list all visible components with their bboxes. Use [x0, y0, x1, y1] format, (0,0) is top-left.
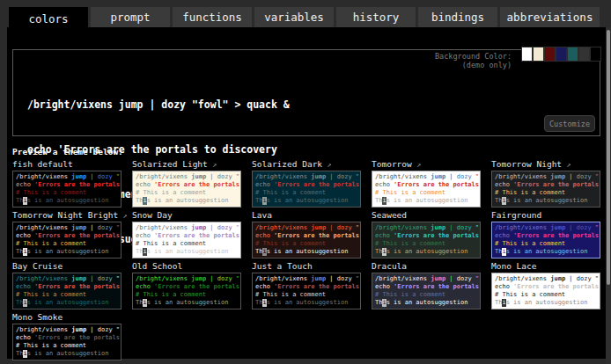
theme-name: Fairground: [491, 210, 541, 220]
theme-card-mono-smoke[interactable]: Mono Smoke/bright/vixens jump | dozy "ec…: [12, 312, 121, 360]
theme-card-seaweed[interactable]: Seaweed/bright/vixens jump | dozy "echo …: [372, 210, 481, 258]
background-swatch-5[interactable]: [567, 47, 578, 62]
theme-name: Solarized Light: [132, 159, 208, 169]
sample-line-2: echo 'Errors are the portals: [255, 283, 357, 291]
sample-line-3: # This is a comment: [375, 240, 477, 248]
sample-line-1: /bright/vixens jump | dozy ": [255, 173, 357, 181]
theme-sample-tomorrow-night-bright[interactable]: /bright/vixens jump | dozy "echo 'Errors…: [12, 222, 121, 258]
theme-card-solarized-dark[interactable]: Solarized Dark ↗/bright/vixens jump | do…: [252, 159, 361, 207]
theme-name: Tomorrow: [372, 159, 412, 169]
sample-line-4: This is an autosuggestion: [495, 248, 597, 256]
sample-line-4: This is an autosuggestion: [136, 248, 238, 256]
theme-sample-seaweed[interactable]: /bright/vixens jump | dozy "echo 'Errors…: [372, 222, 481, 258]
background-swatch-3[interactable]: [544, 47, 556, 62]
theme-title-fairground: Fairground: [491, 210, 600, 221]
external-link-icon[interactable]: ↗: [118, 211, 127, 220]
theme-title-mono-smoke: Mono Smoke: [12, 312, 121, 323]
theme-sample-tomorrow-night[interactable]: /bright/vixens jump | dozy "echo 'Errors…: [491, 171, 600, 207]
theme-sample-just-a-touch[interactable]: /bright/vixens jump | dozy "echo 'Errors…: [252, 273, 361, 309]
scrollbar[interactable]: [606, 27, 611, 364]
tab-history[interactable]: history: [336, 7, 416, 27]
theme-sample-dracula[interactable]: /bright/vixens jump | dozy "echo 'Errors…: [372, 273, 481, 309]
theme-name: fish default: [12, 159, 73, 169]
sample-line-2: echo 'Errors are the portals: [375, 181, 477, 189]
sample-line-3: # This is a comment: [495, 240, 597, 248]
theme-card-tomorrow-night-bright[interactable]: Tomorrow Night Bright ↗/bright/vixens ju…: [12, 210, 121, 258]
scrollbar-thumb[interactable]: [607, 30, 610, 285]
sample-line-2: echo 'Errors are the portals: [16, 283, 118, 291]
sample-line-4: This is an autosuggestion: [375, 197, 477, 205]
external-link-icon[interactable]: ↗: [208, 160, 217, 169]
theme-card-mono-lace[interactable]: Mono Lace/bright/vixens jump | dozy "ech…: [491, 261, 600, 309]
tab-bindings[interactable]: bindings: [418, 7, 497, 27]
background-swatch-7[interactable]: [590, 47, 601, 62]
sample-line-3: # This is a comment: [255, 189, 357, 197]
theme-card-dracula[interactable]: Dracula/bright/vixens jump | dozy "echo …: [372, 261, 481, 309]
tab-functions[interactable]: functions: [173, 7, 252, 27]
background-swatch-6[interactable]: [578, 47, 590, 62]
theme-card-solarized-light[interactable]: Solarized Light ↗/bright/vixens jump | d…: [132, 159, 241, 207]
external-link-icon[interactable]: ↗: [562, 160, 571, 169]
background-swatch-1[interactable]: [521, 47, 533, 62]
sample-line-4: This is an autosuggestion: [16, 248, 118, 256]
terminal-preview: Background Color: (demo only) /bright/vi…: [12, 49, 600, 136]
theme-card-fish-default[interactable]: fish default/bright/vixens jump | dozy "…: [12, 159, 121, 207]
background-color-label: Background Color: (demo only): [435, 52, 512, 69]
theme-name: Snow Day: [132, 210, 173, 220]
theme-title-bay-cruise: Bay Cruise: [12, 261, 121, 272]
sample-line-3: # This is a comment: [136, 189, 238, 197]
theme-sample-bay-cruise[interactable]: /bright/vixens jump | dozy "echo 'Errors…: [12, 273, 121, 309]
sample-line-4: This is an autosuggestion: [16, 350, 118, 358]
external-link-icon[interactable]: ↗: [412, 160, 421, 169]
theme-title-lava: Lava: [252, 210, 361, 221]
background-swatch-4[interactable]: [556, 47, 567, 62]
theme-title-fish-default: fish default: [12, 159, 121, 170]
sample-line-1: /bright/vixens jump | dozy ": [136, 224, 238, 232]
sample-line-1: /bright/vixens jump | dozy ": [16, 275, 118, 283]
tab-abbreviations[interactable]: abbreviations: [500, 7, 600, 27]
sample-line-4: This is an autosuggestion: [255, 299, 357, 307]
theme-sample-old-school[interactable]: /bright/vixens jump | dozy "echo 'Errors…: [132, 273, 241, 309]
theme-card-lava[interactable]: Lava/bright/vixens jump | dozy "echo 'Er…: [252, 210, 361, 258]
theme-sample-tomorrow[interactable]: /bright/vixens jump | dozy "echo 'Errors…: [372, 171, 481, 207]
sample-line-2: echo 'Errors are the portals: [495, 232, 597, 240]
theme-sample-mono-smoke[interactable]: /bright/vixens jump | dozy "echo 'Errors…: [12, 324, 121, 360]
sample-line-4: This is an autosuggestion: [255, 197, 357, 205]
theme-title-just-a-touch: Just a Touch: [252, 261, 361, 272]
sample-line-4: This is an autosuggestion: [375, 299, 477, 307]
theme-card-snow-day[interactable]: Snow Day/bright/vixens jump | dozy "echo…: [132, 210, 241, 258]
tab-prompt[interactable]: prompt: [91, 7, 170, 27]
theme-card-fairground[interactable]: Fairground/bright/vixens jump | dozy "ec…: [491, 210, 600, 258]
sample-line-3: # This is a comment: [375, 291, 477, 299]
sample-line-2: echo 'Errors are the portals: [136, 181, 238, 189]
background-color-label-line1: Background Color:: [435, 52, 512, 61]
theme-title-old-school: Old School: [132, 261, 241, 272]
background-swatch-2[interactable]: [533, 47, 544, 62]
theme-card-tomorrow[interactable]: Tomorrow ↗/bright/vixens jump | dozy "ec…: [372, 159, 481, 207]
theme-card-bay-cruise[interactable]: Bay Cruise/bright/vixens jump | dozy "ec…: [12, 261, 121, 309]
theme-card-tomorrow-night[interactable]: Tomorrow Night ↗/bright/vixens jump | do…: [491, 159, 600, 207]
theme-card-old-school[interactable]: Old School/bright/vixens jump | dozy "ec…: [132, 261, 241, 309]
theme-name: Bay Cruise: [12, 261, 63, 271]
theme-sample-solarized-dark[interactable]: /bright/vixens jump | dozy "echo 'Errors…: [252, 171, 361, 207]
theme-sample-fairground[interactable]: /bright/vixens jump | dozy "echo 'Errors…: [491, 222, 600, 258]
sample-line-1: /bright/vixens jump | dozy ": [16, 224, 118, 232]
sample-line-4: This is an autosuggestion: [136, 197, 238, 205]
sample-line-3: # This is a comment: [375, 189, 477, 197]
tab-colors[interactable]: colors: [9, 7, 88, 30]
tab-bar: colorspromptfunctionsvariableshistorybin…: [9, 7, 602, 30]
theme-sample-snow-day[interactable]: /bright/vixens jump | dozy "echo 'Errors…: [132, 222, 241, 258]
theme-sample-mono-lace[interactable]: /bright/vixens jump | dozy "echo 'Errors…: [491, 273, 600, 309]
sample-line-2: echo 'Errors are the portals: [495, 181, 597, 189]
theme-name: Solarized Dark: [252, 159, 322, 169]
theme-sample-fish-default[interactable]: /bright/vixens jump | dozy "echo 'Errors…: [12, 171, 121, 207]
customize-button[interactable]: Customize: [544, 115, 595, 132]
theme-card-just-a-touch[interactable]: Just a Touch/bright/vixens jump | dozy "…: [252, 261, 361, 309]
theme-title-solarized-dark: Solarized Dark ↗: [252, 159, 361, 170]
sample-line-4: This is an autosuggestion: [16, 197, 118, 205]
external-link-icon[interactable]: ↗: [322, 160, 331, 169]
theme-sample-solarized-light[interactable]: /bright/vixens jump | dozy "echo 'Errors…: [132, 171, 241, 207]
sample-line-3: # This is a comment: [16, 342, 118, 350]
tab-variables[interactable]: variables: [254, 7, 334, 27]
theme-sample-lava[interactable]: /bright/vixens jump | dozy "echo 'Errors…: [252, 222, 361, 258]
